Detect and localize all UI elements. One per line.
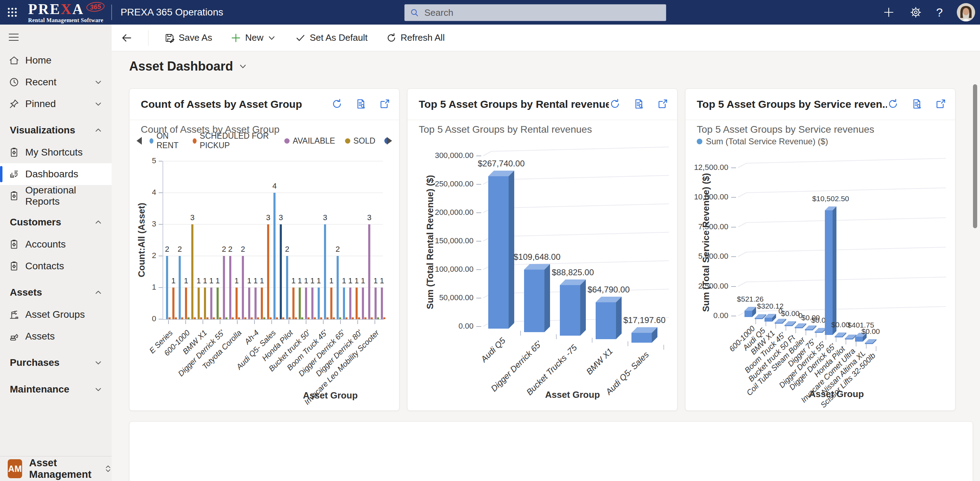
- legend-scroll-left-icon[interactable]: [137, 137, 142, 145]
- bar[interactable]: [337, 256, 339, 319]
- bar[interactable]: [835, 336, 842, 338]
- sidebar-item-assets[interactable]: Assets: [0, 325, 111, 347]
- sidebar-item-home[interactable]: Home: [0, 49, 111, 71]
- bar[interactable]: [280, 225, 282, 319]
- bar[interactable]: [855, 337, 863, 342]
- area-switcher[interactable]: AM Asset Management: [0, 456, 111, 481]
- search-input[interactable]: [424, 7, 666, 19]
- legend-scroll-right-icon[interactable]: [387, 137, 392, 145]
- x-tick: [323, 320, 324, 324]
- bar[interactable]: [825, 210, 832, 335]
- sidebar-group-assets[interactable]: Assets: [0, 281, 111, 304]
- back-button[interactable]: [118, 30, 135, 46]
- sidebar-item-accounts[interactable]: Accounts: [0, 234, 111, 255]
- card-refresh-button[interactable]: [609, 98, 621, 111]
- bar[interactable]: [349, 288, 352, 319]
- card-view-records-button[interactable]: [633, 98, 645, 111]
- card-count-of-assets: Count of Assets by Asset Group Count of …: [129, 89, 399, 411]
- bar[interactable]: [185, 288, 187, 319]
- bar[interactable]: [204, 288, 206, 319]
- bar[interactable]: [293, 288, 294, 319]
- bar[interactable]: [865, 343, 873, 344]
- refresh-all-button[interactable]: Refresh All: [383, 30, 447, 46]
- legend-item[interactable]: SOLD: [345, 136, 375, 146]
- card-popout-button[interactable]: [935, 98, 947, 111]
- bar[interactable]: [191, 225, 193, 319]
- card-view-records-button[interactable]: [911, 98, 923, 111]
- bar[interactable]: [318, 288, 320, 319]
- vertical-scrollbar-thumb[interactable]: [973, 84, 977, 228]
- sidebar-item-my-shortcuts[interactable]: My Shortcuts: [0, 142, 111, 163]
- bar[interactable]: [632, 333, 652, 342]
- bar[interactable]: [267, 225, 269, 319]
- x-tick-label: Audi Q5: [479, 336, 508, 364]
- bar[interactable]: [324, 225, 326, 319]
- bar[interactable]: [330, 288, 332, 319]
- settings-button[interactable]: [910, 6, 922, 19]
- bar[interactable]: [795, 327, 802, 328]
- sidebar-item-asset-groups[interactable]: Asset Groups: [0, 304, 111, 325]
- hamburger-menu-icon[interactable]: [0, 25, 19, 49]
- bar[interactable]: [216, 288, 219, 319]
- user-avatar[interactable]: [957, 3, 975, 21]
- card-view-records-button[interactable]: [355, 98, 367, 111]
- bar[interactable]: [775, 323, 783, 324]
- bar[interactable]: [242, 256, 244, 319]
- bar[interactable]: [845, 338, 853, 339]
- sidebar-group-visualizations[interactable]: Visualizations: [0, 119, 111, 142]
- bar[interactable]: [299, 288, 301, 319]
- help-button[interactable]: ?: [936, 6, 943, 19]
- sidebar-group-maintenance[interactable]: Maintenance: [0, 378, 111, 401]
- waffle-app-launcher-icon[interactable]: [0, 0, 25, 25]
- card-refresh-button[interactable]: [331, 98, 343, 111]
- chevron-up-icon: [94, 126, 102, 134]
- bar[interactable]: [305, 288, 307, 319]
- bar[interactable]: [166, 256, 168, 319]
- page-title-row[interactable]: Asset Dashboard: [129, 59, 248, 74]
- bar[interactable]: [784, 325, 792, 326]
- sidebar-item-pinned[interactable]: Pinned: [0, 93, 111, 115]
- bar[interactable]: [274, 193, 275, 319]
- save-as-button[interactable]: Save As: [161, 30, 215, 46]
- sidebar-item-contacts[interactable]: Contacts: [0, 255, 111, 277]
- popout-icon: [657, 106, 669, 111]
- legend-item[interactable]: ON RENT: [150, 131, 183, 150]
- bar[interactable]: [343, 288, 345, 319]
- bar[interactable]: [197, 288, 200, 319]
- sidebar-group-customers[interactable]: Customers: [0, 211, 111, 234]
- sidebar-item-dashboards[interactable]: Dashboards: [0, 163, 111, 185]
- bar[interactable]: [286, 256, 288, 319]
- chevron-up-icon: [94, 218, 102, 226]
- bar[interactable]: [223, 256, 225, 319]
- sidebar-item-recent[interactable]: Recent: [0, 71, 111, 93]
- card-refresh-button[interactable]: [887, 98, 899, 111]
- bar[interactable]: [210, 288, 212, 319]
- bar[interactable]: [235, 288, 238, 319]
- add-button[interactable]: [882, 6, 896, 19]
- bar[interactable]: [179, 256, 181, 319]
- bar[interactable]: [356, 288, 358, 319]
- bar[interactable]: [229, 256, 231, 319]
- bar[interactable]: [805, 329, 813, 330]
- sidebar-item-operational-reports[interactable]: Operational Reports: [0, 185, 111, 207]
- bar[interactable]: [815, 332, 822, 333]
- legend-item[interactable]: SCHEDULED FOR PICKUP: [193, 131, 275, 150]
- bar[interactable]: [255, 288, 256, 319]
- bar[interactable]: [755, 318, 762, 319]
- bar[interactable]: [374, 288, 377, 319]
- set-as-default-button[interactable]: Set As Default: [292, 30, 370, 46]
- bar[interactable]: [248, 288, 250, 319]
- x-tick: [775, 324, 776, 329]
- sidebar-group-purchases[interactable]: Purchases: [0, 352, 111, 374]
- bar[interactable]: [261, 288, 263, 319]
- bar[interactable]: [368, 225, 370, 319]
- card-popout-button[interactable]: [379, 98, 391, 111]
- bar[interactable]: [362, 288, 364, 319]
- bar[interactable]: [311, 288, 313, 319]
- new-button[interactable]: New: [228, 30, 279, 46]
- card-popout-button[interactable]: [657, 98, 669, 111]
- bar[interactable]: [524, 270, 544, 332]
- legend-item[interactable]: AVAILABLE: [284, 136, 335, 146]
- bar[interactable]: [172, 288, 175, 319]
- bar[interactable]: [381, 288, 383, 319]
